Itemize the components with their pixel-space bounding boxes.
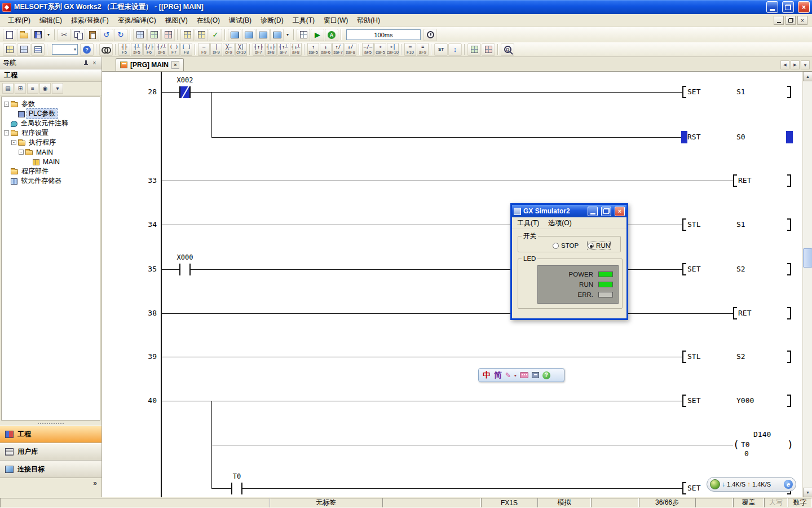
mdi-restore-button[interactable]	[785, 16, 796, 25]
simulator-close-button[interactable]: ×	[615, 207, 625, 216]
ime-help-icon[interactable]: ?	[542, 371, 550, 379]
tree-item-1[interactable]: -参数	[2, 99, 100, 109]
simulation-stop-button[interactable]: A	[325, 29, 338, 41]
panel-splitter-grip[interactable]	[0, 421, 102, 426]
ladder-symbol-button-sF7[interactable]: ┤↑├sF7	[253, 43, 264, 56]
write-to-plc-button[interactable]	[228, 29, 241, 41]
ladder-symbol-button-saF6[interactable]: ↓saF6	[320, 43, 332, 56]
simulator-titlebar[interactable]: GX Simulator2 ×	[512, 205, 626, 217]
instruction-op[interactable]: RST	[687, 133, 700, 141]
scan-time-setting-button[interactable]	[423, 29, 437, 41]
menu-item-5[interactable]: 视图(V)	[161, 14, 192, 27]
ladder-symbol-button-caF5[interactable]: ∗caF5	[374, 43, 386, 56]
tab-menu-icon[interactable]: ▼	[801, 60, 810, 69]
ime-language-indicator[interactable]: 中	[483, 370, 491, 380]
instruction-op[interactable]: STL	[687, 352, 700, 361]
tab-prg-main[interactable]: [PRG] MAIN ×	[116, 58, 184, 71]
ladder-symbol-button-sF9[interactable]: │sF9	[210, 43, 222, 56]
instruction-operand[interactable]: S2	[736, 265, 745, 273]
instruction-op[interactable]: STL	[687, 220, 700, 229]
contact-X002[interactable]	[179, 86, 191, 98]
help-button[interactable]: ?	[80, 43, 94, 56]
nav-sort-icon[interactable]: ≡	[27, 83, 38, 94]
nav-filter-icon[interactable]: ▾	[52, 83, 63, 94]
tree-item-5[interactable]: -执行程序	[2, 138, 100, 147]
ladder-symbol-button-sF5[interactable]: ┤┴sF5	[131, 43, 143, 56]
tree-expander-icon[interactable]: -	[4, 102, 9, 107]
convert-all-button[interactable]	[195, 29, 208, 41]
nav-new-icon[interactable]: ▤	[2, 83, 14, 94]
save-project-button[interactable]	[31, 29, 45, 41]
list-view-button[interactable]	[31, 43, 45, 56]
inline-st-button[interactable]: ST	[434, 43, 448, 56]
ime-mode-indicator[interactable]: 简	[494, 370, 502, 380]
note-button[interactable]	[161, 29, 175, 41]
statement-edit-button[interactable]	[467, 43, 481, 56]
ime-toolbox-icon[interactable]	[532, 372, 539, 378]
program-check-button[interactable]: ✓	[209, 29, 222, 41]
tree-expander-icon[interactable]: -	[19, 150, 24, 155]
user-library-view-button[interactable]: 用户库	[0, 443, 102, 461]
instruction-operand[interactable]: S1	[736, 87, 745, 96]
ladder-symbol-button-caF10[interactable]: ∗│caF10	[387, 43, 399, 56]
tab-scroll-right-icon[interactable]: ▶	[791, 60, 800, 69]
cut-button[interactable]: ✂	[58, 29, 71, 41]
ladder-symbol-button-aF5[interactable]: ─/─aF5	[362, 43, 374, 56]
project-tree[interactable]: -参数PLC参数全局软元件注释-程序设置-执行程序-MAINMAIN程序部件软元…	[1, 97, 100, 421]
ladder-symbol-button-F5[interactable]: ┤├F5	[118, 43, 130, 56]
ladder-symbol-button-saF8[interactable]: ↓/saF8	[345, 43, 356, 56]
read-from-plc-button[interactable]	[242, 29, 255, 41]
new-project-button[interactable]	[3, 29, 16, 41]
copy-button[interactable]	[72, 29, 85, 41]
menu-item-9[interactable]: 工具(T)	[288, 14, 319, 27]
save-dropdown-arrow[interactable]: ▾	[45, 29, 52, 41]
zoom-button[interactable]: Q	[501, 43, 514, 56]
editor-vertical-scrollbar[interactable]: ▲ ▼	[802, 72, 812, 497]
undo-button[interactable]: ↺	[100, 29, 113, 41]
instruction-op[interactable]: SET	[687, 265, 700, 273]
instruction-op[interactable]: SET	[687, 396, 700, 405]
ime-keyboard-icon[interactable]	[520, 372, 528, 378]
menu-item-8[interactable]: 诊断(D)	[256, 14, 288, 27]
connection-destination-view-button[interactable]: 连接目标	[0, 461, 102, 478]
redo-button[interactable]: ↻	[114, 29, 127, 41]
window-close-button[interactable]: ×	[798, 1, 810, 13]
verify-with-plc-button[interactable]	[256, 29, 270, 41]
ime-punctuation-icon[interactable]: •	[514, 372, 517, 379]
ime-pen-icon[interactable]: ✎	[505, 371, 511, 379]
nav-close-icon[interactable]: ×	[90, 59, 99, 67]
menu-item-2[interactable]: 编辑(E)	[35, 14, 67, 27]
ladder-view-button[interactable]	[3, 43, 16, 56]
ladder-editor[interactable]: 28X002SETS1RSTS033RET34STLS135X000SETS23…	[102, 72, 802, 497]
ladder-symbol-button-saF7[interactable]: ↑/saF7	[332, 43, 344, 56]
ladder-symbol-button-sF8[interactable]: ┤↓├sF8	[265, 43, 277, 56]
tab-close-icon[interactable]: ×	[171, 61, 179, 69]
menu-item-3[interactable]: 搜索/替换(F)	[67, 14, 113, 27]
statement-button[interactable]	[147, 29, 161, 41]
program-select-combo[interactable]: ▾	[52, 44, 78, 55]
device-comment-button[interactable]	[133, 29, 147, 41]
instruction-operand[interactable]: S2	[736, 352, 745, 361]
edit-line-button[interactable]: ↕	[448, 43, 462, 56]
instruction-operand[interactable]: S1	[736, 220, 745, 229]
simulator-maximize-button[interactable]	[601, 207, 611, 216]
mdi-close-button[interactable]: ×	[797, 16, 807, 25]
paste-button[interactable]	[86, 29, 99, 41]
ladder-symbol-button-aF9[interactable]: ≡aF9	[417, 43, 429, 56]
simulation-start-button[interactable]: ▶	[311, 29, 324, 41]
ladder-symbol-button-saF5[interactable]: ↑saF5	[307, 43, 319, 56]
instruction-op[interactable]: SET	[687, 87, 700, 96]
menu-item-7[interactable]: 调试(B)	[224, 14, 256, 27]
open-project-button[interactable]	[17, 29, 30, 41]
tree-item-2[interactable]: PLC参数	[2, 109, 100, 119]
mdi-minimize-button[interactable]	[774, 16, 784, 25]
tree-expander-icon[interactable]: -	[11, 140, 16, 145]
simulator-menu-options[interactable]: 选项(O)	[548, 218, 571, 228]
window-minimize-button[interactable]	[766, 1, 778, 13]
instruction-op[interactable]: RET	[738, 309, 751, 317]
coil-open-paren[interactable]: (	[733, 438, 739, 452]
simulator-minimize-button[interactable]	[588, 207, 598, 216]
find-button[interactable]	[99, 43, 113, 56]
note-edit-button[interactable]	[482, 43, 495, 56]
run-radio[interactable]: RUN	[588, 242, 610, 249]
